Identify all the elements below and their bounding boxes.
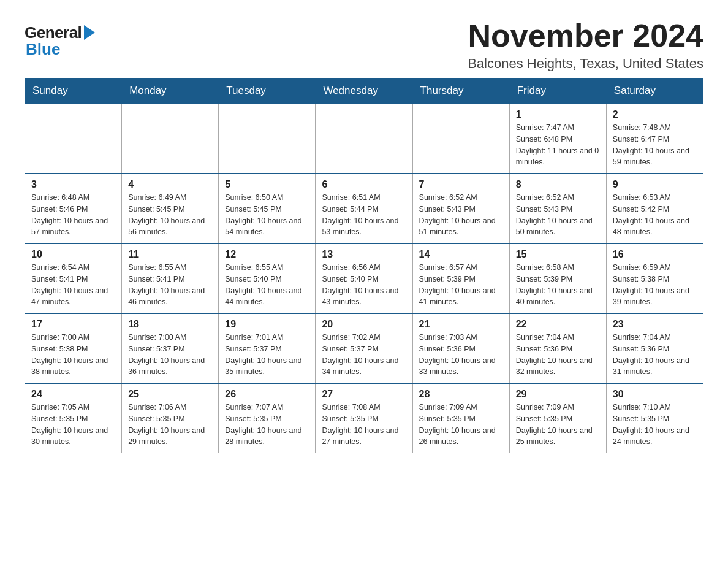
weekday-header-wednesday: Wednesday: [316, 79, 412, 104]
day-number: 29: [516, 389, 600, 400]
day-number: 4: [128, 179, 212, 190]
calendar-week-row: 1Sunrise: 7:47 AM Sunset: 6:48 PM Daylig…: [25, 104, 703, 174]
day-info: Sunrise: 6:55 AM Sunset: 5:41 PM Dayligh…: [128, 262, 212, 308]
calendar-day-6: 6Sunrise: 6:51 AM Sunset: 5:44 PM Daylig…: [316, 174, 412, 243]
calendar-day-8: 8Sunrise: 6:52 AM Sunset: 5:43 PM Daylig…: [509, 174, 606, 243]
day-number: 2: [613, 109, 697, 120]
day-number: 12: [225, 249, 309, 260]
weekday-header-row: SundayMondayTuesdayWednesdayThursdayFrid…: [25, 79, 703, 104]
day-number: 6: [322, 179, 406, 190]
day-number: 26: [225, 389, 309, 400]
day-number: 23: [613, 319, 697, 330]
calendar-day-23: 23Sunrise: 7:04 AM Sunset: 5:36 PM Dayli…: [606, 313, 703, 383]
day-info: Sunrise: 7:10 AM Sunset: 5:35 PM Dayligh…: [613, 402, 697, 448]
day-info: Sunrise: 7:01 AM Sunset: 5:37 PM Dayligh…: [225, 332, 309, 378]
day-number: 18: [128, 319, 212, 330]
day-info: Sunrise: 7:07 AM Sunset: 5:35 PM Dayligh…: [225, 402, 309, 448]
calendar-day-11: 11Sunrise: 6:55 AM Sunset: 5:41 PM Dayli…: [122, 243, 219, 313]
location-subtitle: Balcones Heights, Texas, United States: [468, 56, 703, 72]
day-info: Sunrise: 6:50 AM Sunset: 5:45 PM Dayligh…: [225, 192, 309, 238]
calendar-day-26: 26Sunrise: 7:07 AM Sunset: 5:35 PM Dayli…: [219, 383, 316, 453]
weekday-header-sunday: Sunday: [25, 79, 122, 104]
calendar-day-13: 13Sunrise: 6:56 AM Sunset: 5:40 PM Dayli…: [316, 243, 412, 313]
day-number: 28: [419, 389, 503, 400]
calendar-day-30: 30Sunrise: 7:10 AM Sunset: 5:35 PM Dayli…: [606, 383, 703, 453]
weekday-header-friday: Friday: [509, 79, 606, 104]
day-info: Sunrise: 6:58 AM Sunset: 5:39 PM Dayligh…: [516, 262, 600, 308]
calendar-empty-cell: [412, 104, 509, 174]
calendar-day-17: 17Sunrise: 7:00 AM Sunset: 5:38 PM Dayli…: [25, 313, 122, 383]
day-number: 10: [31, 249, 115, 260]
day-info: Sunrise: 7:08 AM Sunset: 5:35 PM Dayligh…: [322, 402, 406, 448]
day-info: Sunrise: 7:04 AM Sunset: 5:36 PM Dayligh…: [613, 332, 697, 378]
calendar-week-row: 3Sunrise: 6:48 AM Sunset: 5:46 PM Daylig…: [25, 174, 703, 243]
day-number: 21: [419, 319, 503, 330]
day-info: Sunrise: 7:04 AM Sunset: 5:36 PM Dayligh…: [516, 332, 600, 378]
day-info: Sunrise: 6:51 AM Sunset: 5:44 PM Dayligh…: [322, 192, 406, 238]
calendar-day-29: 29Sunrise: 7:09 AM Sunset: 5:35 PM Dayli…: [509, 383, 606, 453]
day-info: Sunrise: 6:52 AM Sunset: 5:43 PM Dayligh…: [419, 192, 503, 238]
day-number: 16: [613, 249, 697, 260]
day-number: 30: [613, 389, 697, 400]
calendar-day-24: 24Sunrise: 7:05 AM Sunset: 5:35 PM Dayli…: [25, 383, 122, 453]
day-info: Sunrise: 6:56 AM Sunset: 5:40 PM Dayligh…: [322, 262, 406, 308]
calendar-week-row: 17Sunrise: 7:00 AM Sunset: 5:38 PM Dayli…: [25, 313, 703, 383]
day-number: 17: [31, 319, 115, 330]
calendar-day-20: 20Sunrise: 7:02 AM Sunset: 5:37 PM Dayli…: [316, 313, 412, 383]
calendar-week-row: 10Sunrise: 6:54 AM Sunset: 5:41 PM Dayli…: [25, 243, 703, 313]
calendar-day-14: 14Sunrise: 6:57 AM Sunset: 5:39 PM Dayli…: [412, 243, 509, 313]
calendar-empty-cell: [25, 104, 122, 174]
calendar-day-3: 3Sunrise: 6:48 AM Sunset: 5:46 PM Daylig…: [25, 174, 122, 243]
day-number: 3: [31, 179, 115, 190]
day-info: Sunrise: 7:09 AM Sunset: 5:35 PM Dayligh…: [516, 402, 600, 448]
day-info: Sunrise: 6:48 AM Sunset: 5:46 PM Dayligh…: [31, 192, 115, 238]
weekday-header-monday: Monday: [122, 79, 219, 104]
calendar-day-2: 2Sunrise: 7:48 AM Sunset: 6:47 PM Daylig…: [606, 104, 703, 174]
day-number: 15: [516, 249, 600, 260]
calendar-day-27: 27Sunrise: 7:08 AM Sunset: 5:35 PM Dayli…: [316, 383, 412, 453]
calendar-body: 1Sunrise: 7:47 AM Sunset: 6:48 PM Daylig…: [25, 104, 703, 453]
calendar-day-5: 5Sunrise: 6:50 AM Sunset: 5:45 PM Daylig…: [219, 174, 316, 243]
title-section: November 2024 Balcones Heights, Texas, U…: [468, 18, 703, 72]
calendar-day-25: 25Sunrise: 7:06 AM Sunset: 5:35 PM Dayli…: [122, 383, 219, 453]
logo-blue-text: Blue: [26, 40, 60, 59]
day-number: 22: [516, 319, 600, 330]
day-info: Sunrise: 6:54 AM Sunset: 5:41 PM Dayligh…: [31, 262, 115, 308]
day-number: 24: [31, 389, 115, 400]
day-number: 5: [225, 179, 309, 190]
calendar-day-10: 10Sunrise: 6:54 AM Sunset: 5:41 PM Dayli…: [25, 243, 122, 313]
calendar-day-12: 12Sunrise: 6:55 AM Sunset: 5:40 PM Dayli…: [219, 243, 316, 313]
day-info: Sunrise: 7:47 AM Sunset: 6:48 PM Dayligh…: [516, 122, 600, 168]
calendar-day-4: 4Sunrise: 6:49 AM Sunset: 5:45 PM Daylig…: [122, 174, 219, 243]
calendar-week-row: 24Sunrise: 7:05 AM Sunset: 5:35 PM Dayli…: [25, 383, 703, 453]
day-number: 11: [128, 249, 212, 260]
calendar-day-22: 22Sunrise: 7:04 AM Sunset: 5:36 PM Dayli…: [509, 313, 606, 383]
day-info: Sunrise: 6:52 AM Sunset: 5:43 PM Dayligh…: [516, 192, 600, 238]
calendar-day-28: 28Sunrise: 7:09 AM Sunset: 5:35 PM Dayli…: [412, 383, 509, 453]
day-info: Sunrise: 7:03 AM Sunset: 5:36 PM Dayligh…: [419, 332, 503, 378]
calendar-day-19: 19Sunrise: 7:01 AM Sunset: 5:37 PM Dayli…: [219, 313, 316, 383]
day-number: 27: [322, 389, 406, 400]
calendar-day-18: 18Sunrise: 7:00 AM Sunset: 5:37 PM Dayli…: [122, 313, 219, 383]
calendar-empty-cell: [122, 104, 219, 174]
calendar-day-21: 21Sunrise: 7:03 AM Sunset: 5:36 PM Dayli…: [412, 313, 509, 383]
month-title: November 2024: [468, 18, 703, 53]
day-number: 25: [128, 389, 212, 400]
weekday-header-thursday: Thursday: [412, 79, 509, 104]
day-info: Sunrise: 7:00 AM Sunset: 5:38 PM Dayligh…: [31, 332, 115, 378]
day-info: Sunrise: 7:00 AM Sunset: 5:37 PM Dayligh…: [128, 332, 212, 378]
day-info: Sunrise: 7:09 AM Sunset: 5:35 PM Dayligh…: [419, 402, 503, 448]
day-info: Sunrise: 7:06 AM Sunset: 5:35 PM Dayligh…: [128, 402, 212, 448]
day-number: 20: [322, 319, 406, 330]
calendar-table: SundayMondayTuesdayWednesdayThursdayFrid…: [25, 78, 703, 453]
weekday-header-saturday: Saturday: [606, 79, 703, 104]
day-info: Sunrise: 6:55 AM Sunset: 5:40 PM Dayligh…: [225, 262, 309, 308]
day-number: 14: [419, 249, 503, 260]
calendar-day-7: 7Sunrise: 6:52 AM Sunset: 5:43 PM Daylig…: [412, 174, 509, 243]
day-number: 7: [419, 179, 503, 190]
day-number: 1: [516, 109, 600, 120]
day-info: Sunrise: 7:05 AM Sunset: 5:35 PM Dayligh…: [31, 402, 115, 448]
day-number: 9: [613, 179, 697, 190]
day-number: 8: [516, 179, 600, 190]
day-number: 19: [225, 319, 309, 330]
